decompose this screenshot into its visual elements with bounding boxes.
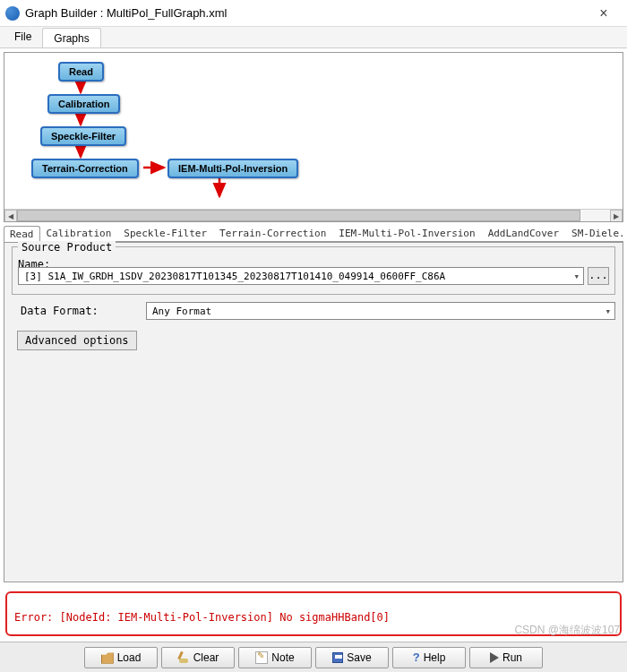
scroll-thumb[interactable] bbox=[17, 210, 580, 221]
help-icon: ? bbox=[413, 651, 420, 664]
node-iem-multi-pol-inversion[interactable]: IEM-Multi-Pol-Inversion bbox=[167, 159, 298, 178]
load-button[interactable]: Load bbox=[84, 647, 158, 668]
play-icon bbox=[490, 652, 499, 663]
scroll-left-button[interactable]: ◀ bbox=[4, 210, 17, 222]
source-product-legend: Source Product bbox=[18, 241, 116, 254]
menubar: File Graphs bbox=[0, 27, 627, 48]
tab-read[interactable]: Read bbox=[4, 226, 40, 242]
window-title: Graph Builder : MultiPol_FullGraph.xml bbox=[25, 6, 586, 20]
note-label: Note bbox=[271, 651, 294, 664]
tab-iem-multi-pol-inversion[interactable]: IEM-Multi-Pol-Inversion bbox=[332, 225, 481, 241]
node-speckle-filter[interactable]: Speckle-Filter bbox=[40, 126, 126, 146]
node-tabs: Read Calibration Speckle-Filter Terrain-… bbox=[4, 224, 623, 242]
run-button[interactable]: Run bbox=[469, 647, 543, 668]
properties-panel: Source Product Name: [3] S1A_IW_GRDH_1SD… bbox=[4, 242, 623, 582]
help-button[interactable]: ? Help bbox=[392, 647, 466, 668]
watermark-text: CSDN @海绵波波107 bbox=[514, 623, 620, 638]
tab-sm-diele[interactable]: SM-Diele... bbox=[565, 225, 627, 241]
scroll-right-button[interactable]: ▶ bbox=[610, 210, 623, 222]
source-product-fieldset: Source Product Name: [3] S1A_IW_GRDH_1SD… bbox=[12, 246, 615, 295]
folder-icon bbox=[101, 651, 114, 664]
footer-toolbar: Load Clear Note Save ? Help Run bbox=[0, 642, 627, 672]
save-icon bbox=[332, 652, 343, 663]
menu-graphs[interactable]: Graphs bbox=[42, 28, 100, 47]
save-label: Save bbox=[347, 651, 371, 664]
data-format-label: Data Format: bbox=[21, 305, 146, 317]
tab-calibration[interactable]: Calibration bbox=[40, 225, 118, 241]
note-icon bbox=[255, 651, 268, 664]
broom-icon bbox=[177, 651, 190, 664]
clear-button[interactable]: Clear bbox=[161, 647, 235, 668]
titlebar: Graph Builder : MultiPol_FullGraph.xml × bbox=[0, 0, 627, 27]
canvas-hscrollbar[interactable]: ◀ ▶ bbox=[4, 209, 623, 221]
node-calibration[interactable]: Calibration bbox=[47, 94, 120, 114]
tab-addlandcover[interactable]: AddLandCover bbox=[482, 225, 565, 241]
clear-label: Clear bbox=[193, 651, 219, 664]
error-message: Error: [NodeId: IEM-Multi-Pol-Inversion]… bbox=[14, 611, 613, 624]
save-button[interactable]: Save bbox=[315, 647, 389, 668]
scroll-track[interactable] bbox=[17, 210, 610, 221]
browse-button[interactable]: ... bbox=[588, 267, 609, 285]
app-icon bbox=[5, 6, 20, 21]
tab-terrain-correction[interactable]: Terrain-Correction bbox=[213, 225, 332, 241]
source-name-combo[interactable]: [3] S1A_IW_GRDH_1SDV_20230817T101345_202… bbox=[18, 267, 584, 285]
graph-canvas-container: Read Calibration Speckle-Filter Terrain-… bbox=[4, 52, 623, 222]
menu-file[interactable]: File bbox=[4, 27, 42, 47]
node-read[interactable]: Read bbox=[58, 62, 104, 82]
help-label: Help bbox=[424, 651, 446, 664]
note-button[interactable]: Note bbox=[238, 647, 312, 668]
data-format-combo[interactable]: Any Format bbox=[146, 302, 615, 320]
tab-speckle-filter[interactable]: Speckle-Filter bbox=[117, 225, 213, 241]
advanced-options-button[interactable]: Advanced options bbox=[17, 331, 137, 350]
close-button[interactable]: × bbox=[586, 1, 622, 26]
run-label: Run bbox=[502, 651, 522, 664]
node-terrain-correction[interactable]: Terrain-Correction bbox=[31, 159, 139, 178]
load-label: Load bbox=[117, 651, 142, 664]
graph-canvas[interactable]: Read Calibration Speckle-Filter Terrain-… bbox=[4, 53, 623, 210]
